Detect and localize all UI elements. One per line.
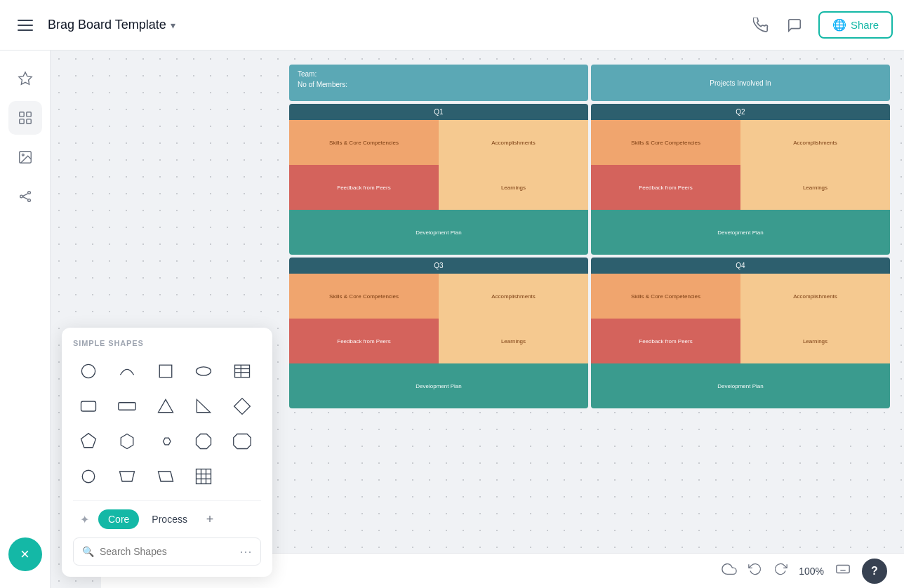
svg-rect-4 (26, 119, 30, 123)
shape-circle[interactable] (73, 356, 104, 387)
svg-marker-22 (81, 434, 96, 448)
topbar: Brag Board Template ▾ 🌐 Share (0, 0, 904, 51)
quarter-q2: Q2 Skills & Core Competencies Accomplish… (591, 104, 890, 255)
q2-accomplishments-cell: Accomplishments (740, 120, 890, 165)
q4-learnings-cell: Learnings (740, 319, 890, 363)
shape-grid[interactable] (188, 461, 219, 492)
svg-marker-0 (18, 72, 31, 84)
keyboard-icon[interactable] (835, 561, 851, 580)
shape-right-triangle[interactable] (188, 391, 219, 422)
search-more-icon[interactable]: ⋯ (239, 544, 252, 559)
shape-circle-outline[interactable] (73, 461, 104, 492)
shape-ellipse[interactable] (188, 356, 219, 387)
svg-rect-30 (197, 469, 211, 484)
svg-marker-29 (158, 472, 173, 481)
svg-rect-3 (19, 119, 23, 123)
svg-marker-24 (163, 438, 171, 445)
shapes-section-title: SIMPLE SHAPES (73, 339, 261, 347)
tab-add-button[interactable]: + (200, 509, 220, 529)
svg-marker-28 (119, 472, 134, 481)
search-input[interactable] (100, 546, 234, 557)
document-title-area: Brag Board Template ▾ (48, 18, 175, 32)
q3-learnings-cell: Learnings (439, 319, 588, 363)
quarter-q4: Q4 Skills & Core Competencies Accomplish… (591, 258, 890, 408)
svg-marker-26 (234, 434, 251, 449)
svg-marker-21 (234, 399, 251, 415)
shapes-panel: SIMPLE SHAPES (62, 328, 272, 577)
q2-learnings-cell: Learnings (740, 165, 890, 210)
close-fab-button[interactable]: × (8, 537, 42, 571)
q1-skills-cell: Skills & Core Competencies (289, 120, 439, 165)
left-sidebar: × (0, 51, 51, 588)
cloud-icon[interactable] (722, 561, 737, 580)
tab-core[interactable]: Core (98, 509, 139, 529)
share-button[interactable]: 🌐 Share (818, 11, 893, 39)
svg-point-7 (20, 195, 22, 198)
close-icon: × (20, 545, 29, 563)
shape-table[interactable] (227, 356, 258, 387)
svg-marker-23 (121, 434, 133, 449)
shape-arc[interactable] (112, 356, 142, 387)
q4-body: Skills & Core Competencies Accomplishmen… (591, 274, 890, 408)
sidebar-icon-image[interactable] (8, 140, 42, 174)
q3-accomplishments-cell: Accomplishments (439, 274, 588, 319)
canvas-area[interactable]: Team: No of Members: Projects Involved I… (51, 51, 904, 588)
undo-icon[interactable] (748, 562, 762, 580)
chevron-down-icon[interactable]: ▾ (171, 20, 175, 31)
redo-icon[interactable] (773, 562, 787, 580)
shape-parallelogram[interactable] (150, 461, 181, 492)
shape-square[interactable] (150, 356, 181, 387)
shape-triangle[interactable] (150, 391, 181, 422)
tab-process[interactable]: Process (142, 509, 197, 529)
q2-body: Skills & Core Competencies Accomplishmen… (591, 120, 890, 255)
q3-development-cell: Development Plan (289, 363, 588, 408)
q2-header: Q2 (591, 104, 890, 120)
q1-development-cell: Development Plan (289, 210, 588, 255)
q4-accomplishments-cell: Accomplishments (740, 274, 890, 319)
svg-marker-20 (197, 399, 211, 412)
quarter-q1: Q1 Skills & Core Competencies Accomplish… (289, 104, 588, 255)
q4-header: Q4 (591, 258, 890, 274)
shape-hexagon[interactable] (150, 426, 181, 457)
svg-rect-17 (81, 401, 96, 411)
main-layout: × Team: No of Members: Projects Involved… (0, 51, 904, 588)
hamburger-line (18, 25, 33, 26)
chat-icon[interactable] (785, 15, 804, 35)
svg-point-27 (82, 470, 95, 483)
q2-feedback-cell: Feedback from Peers (591, 165, 740, 210)
shape-pentagon[interactable] (73, 426, 104, 457)
sidebar-icon-shapes[interactable] (8, 101, 42, 135)
q1-body: Skills & Core Competencies Accomplishmen… (289, 120, 588, 255)
hamburger-line (18, 20, 33, 21)
shape-octagon[interactable] (188, 426, 219, 457)
svg-point-9 (27, 199, 30, 202)
document-title: Brag Board Template (48, 18, 166, 32)
shape-rounded-rect[interactable] (73, 391, 104, 422)
shape-hexagon-flat[interactable] (112, 426, 142, 457)
q3-skills-cell: Skills & Core Competencies (289, 274, 439, 319)
svg-rect-35 (837, 566, 849, 573)
quarter-q3: Q3 Skills & Core Competencies Accomplish… (289, 258, 588, 408)
shape-trapezoid[interactable] (112, 461, 142, 492)
team-label: Team: (298, 70, 580, 78)
members-label: No of Members: (298, 81, 580, 88)
sidebar-icon-connect[interactable] (8, 180, 42, 213)
shape-wide-rect[interactable] (112, 391, 142, 422)
search-bar: 🔍 ⋯ (73, 537, 261, 566)
help-button[interactable]: ? (862, 559, 887, 584)
topbar-actions: 🌐 Share (751, 11, 893, 39)
tab-star-icon[interactable]: ✦ (73, 508, 95, 530)
projects-cell: Projects Involved In (591, 65, 890, 101)
q4-feedback-cell: Feedback from Peers (591, 319, 740, 363)
phone-icon[interactable] (751, 15, 771, 35)
svg-rect-18 (119, 403, 136, 410)
hamburger-button[interactable] (11, 11, 39, 39)
svg-point-12 (197, 367, 211, 375)
shapes-grid (73, 356, 261, 492)
sidebar-icon-star[interactable] (8, 62, 42, 95)
share-label: Share (851, 19, 879, 31)
svg-marker-19 (158, 399, 173, 412)
projects-label: Projects Involved In (710, 79, 771, 87)
shape-octagon-wide[interactable] (227, 426, 258, 457)
shape-diamond[interactable] (227, 391, 258, 422)
